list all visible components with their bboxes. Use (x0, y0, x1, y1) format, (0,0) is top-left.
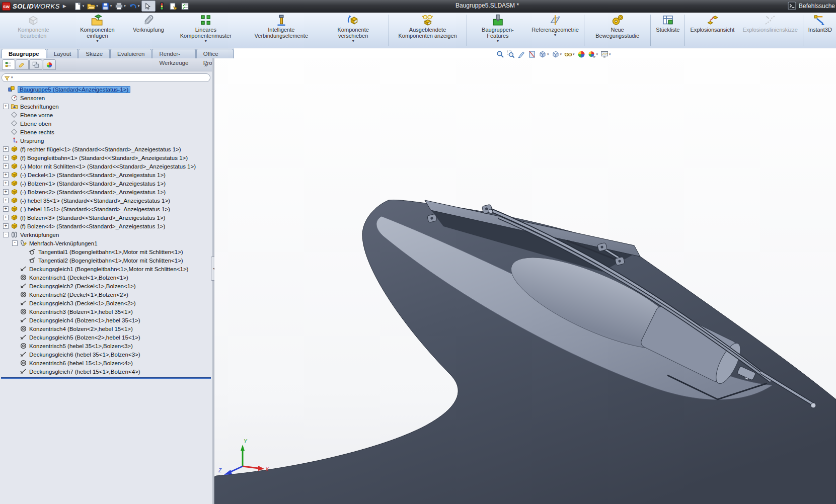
dropdown-caret-icon[interactable]: ▾ (609, 52, 611, 56)
tree-item-hebel-15-1-standard-standard-anzeigestat[interactable]: +(-) hebel 15<1> (Standard<<Standard>_An… (0, 205, 212, 213)
tree-item-deckungsgleich6-hebel-35-1-bolzen-3[interactable]: Deckungsgleich6 (hebel 35<1>,Bolzen<3>) (0, 350, 212, 359)
dropdown-caret-icon[interactable]: ▾ (96, 4, 98, 8)
pm-config-tab[interactable] (29, 59, 42, 70)
tree-item-ursprung[interactable]: Ursprung (0, 136, 212, 145)
tree-item-konzentrisch2-deckel-1-bolzen-2[interactable]: Konzentrisch2 (Deckel<1>,Bolzen<2>) (0, 290, 212, 299)
dropdown-caret-icon[interactable]: ▾ (554, 33, 556, 37)
tree-item-bolzen-2-standard-standard-anzeigestatus[interactable]: +(-) Bolzen<2> (Standard<<Standard>_Anze… (0, 188, 212, 196)
pm-feature-tab[interactable] (2, 59, 15, 70)
hs-zoom-area-button[interactable] (506, 50, 515, 59)
assembly-3d-model[interactable]: Y X Z (214, 58, 836, 504)
tree-item-f-bolzen-4-standard-standard-anzeigestat[interactable]: +(f) Bolzen<4> (Standard<<Standard>_Anze… (0, 222, 212, 230)
tree-item-hebel-35-1-standard-standard-anzeigestat[interactable]: +(-) hebel 35<1> (Standard<<Standard>_An… (0, 196, 212, 205)
tree-item-ebene-oben[interactable]: Ebene oben (0, 119, 212, 128)
ribbon-button-stückliste[interactable]: Stückliste (652, 13, 683, 48)
tree-item-motor-mit-schlitten-1-standard-standard-[interactable]: +(-) Motor mit Schlitten<1> (Standard<<S… (0, 162, 212, 171)
ribbon-button-referenzgeometrie[interactable]: Referenzgeometrie▾ (527, 13, 583, 48)
ribbon-button-neue-bewegungsstudie[interactable]: Neue Bewegungsstudie (585, 13, 650, 48)
rebuild-button[interactable] (157, 1, 167, 11)
tree-item-konzentrisch5-hebel-35-1-bolzen-3[interactable]: Konzentrisch5 (hebel 35<1>,Bolzen<3>) (0, 342, 212, 350)
tree-item-mehrfach-verknüpfungen1[interactable]: -Mehrfach-Verknüpfungen1 (0, 239, 212, 247)
tree-filter-input[interactable]: ▾ (2, 73, 210, 82)
dropdown-caret-icon[interactable]: ▾ (596, 52, 598, 56)
tab-skizze[interactable]: Skizze (79, 49, 110, 58)
ribbon-button-intelligente-verbindungselemente[interactable]: Intelligente Verbindungselemente (244, 13, 319, 48)
tree-item-verknüpfungen[interactable]: -Verknüpfungen (0, 230, 212, 239)
tree-item-bolzen-1-standard-standard-anzeigestatus[interactable]: +(-) Bolzen<1> (Standard<<Standard>_Anze… (0, 179, 212, 188)
command-search[interactable]: Befehlssuche (786, 1, 836, 11)
expander-plus[interactable]: + (3, 104, 9, 109)
expander-plus[interactable]: + (3, 181, 9, 186)
dropdown-caret-icon[interactable]: ▾ (83, 4, 85, 8)
tree-item-f-rechter-flügel-1-standard-standard-anz[interactable]: +(f) rechter flügel<1> (Standard<<Standa… (0, 145, 212, 153)
ribbon-button-explosionslinienskizze[interactable]: Explosionslinienskizze (738, 13, 801, 48)
tab-render-werkzeuge[interactable]: Render-Werkzeuge (152, 49, 195, 58)
tree-item-konzentrisch1-deckel-1-bolzen-1[interactable]: Konzentrisch1 (Deckel<1>,Bolzen<1>) (0, 273, 212, 282)
expander-minus[interactable]: - (3, 232, 9, 237)
expander-minus[interactable]: - (12, 240, 18, 246)
expander-plus[interactable]: + (3, 172, 9, 178)
tree-item-ebene-vorne[interactable]: Ebene vorne (0, 111, 212, 119)
dropdown-caret-icon[interactable]: ▾ (110, 4, 112, 8)
select-cursor-button[interactable]: ▾ (141, 1, 156, 12)
tab-layout[interactable]: Layout (47, 49, 79, 58)
hs-edit-appearance-button[interactable] (577, 50, 586, 59)
ribbon-button-baugruppen-features[interactable]: Baugruppen-Features▾ (468, 13, 528, 48)
expander-plus[interactable]: + (3, 215, 9, 220)
expander-plus[interactable]: + (3, 223, 9, 229)
tree-item-f-bolzen-3-standard-standard-anzeigestat[interactable]: +(f) Bolzen<3> (Standard<<Standard>_Anze… (0, 213, 212, 222)
tree-item-baugruppe5-standard-anzeigestatus-1[interactable]: Baugruppe5 (Standard<Anzeigestatus-1>) (0, 85, 212, 94)
pm-display-tab[interactable] (43, 59, 56, 70)
dropdown-caret-icon[interactable]: ▾ (573, 52, 575, 56)
hs-section-button[interactable] (527, 50, 537, 59)
ribbon-button-lineares-komponentenmuster[interactable]: Lineares Komponentenmuster▾ (168, 13, 244, 48)
ribbon-button-komponente-verschieben[interactable]: Komponente verschieben▾ (319, 13, 388, 48)
tree-item-deckungsgleich7-hebel-15-1-bolzen-4[interactable]: Deckungsgleich7 (hebel 15<1>,Bolzen<4>) (0, 367, 212, 376)
ribbon-button-komponenten-einfügen[interactable]: Komponenten einfügen▾ (66, 13, 129, 48)
dropdown-caret-icon[interactable]: ▾ (205, 39, 207, 43)
dropdown-caret-icon[interactable]: ▾ (352, 39, 354, 43)
tree-item-deckungsgleich4-bolzen-1-hebel-35-1[interactable]: Deckungsgleich4 (Bolzen<1>,hebel 35<1>) (0, 316, 212, 324)
ribbon-button-komponente-bearbeiten[interactable]: Komponente bearbeiten (1, 13, 66, 48)
logo-grip-arrow-icon[interactable]: ▶ (63, 4, 66, 9)
expander-plus[interactable]: + (3, 189, 9, 195)
ribbon-button-ausgeblendete-komponenten-anzeigen[interactable]: Ausgeblendete Komponenten anzeigen (390, 13, 466, 48)
dropdown-caret-icon[interactable]: ▾ (497, 39, 499, 43)
expander-plus[interactable]: + (3, 146, 9, 152)
filter-dropdown-caret[interactable]: ▾ (11, 75, 13, 79)
open-button[interactable]: ▾ (86, 1, 99, 11)
ribbon-button-verknüpfung[interactable]: Verknüpfung (129, 13, 168, 48)
tree-item-konzentrisch4-bolzen-2-hebel-15-1[interactable]: Konzentrisch4 (Bolzen<2>,hebel 15<1>) (0, 324, 212, 333)
tree-item-sensoren[interactable]: Sensoren (0, 94, 212, 102)
tree-item-deckel-1-standard-standard-anzeigestatus[interactable]: +(-) Deckel<1> (Standard<<Standard>_Anze… (0, 171, 212, 179)
hs-hide-show-button[interactable]: ▾ (564, 50, 575, 59)
tree-item-konzentrisch3-bolzen-1-hebel-35-1[interactable]: Konzentrisch3 (Bolzen<1>,hebel 35<1>) (0, 307, 212, 316)
undo-button[interactable]: ▾ (128, 1, 141, 11)
expander-plus[interactable]: + (3, 206, 9, 212)
expander-plus[interactable]: + (3, 163, 9, 169)
hs-previous-view-button[interactable] (517, 50, 526, 59)
dropdown-caret-icon[interactable]: ▾ (124, 4, 126, 8)
tree-item-deckungsgleich2-deckel-1-bolzen-1[interactable]: Deckungsgleich2 (Deckel<1>,Bolzen<1>) (0, 282, 212, 290)
tree-item-deckungsgleich3-deckel-1-bolzen-2[interactable]: Deckungsgleich3 (Deckel<1>,Bolzen<2>) (0, 299, 212, 307)
expander-plus[interactable]: + (3, 155, 9, 160)
dropdown-caret-icon[interactable]: ▾ (138, 4, 140, 8)
tree-item-konzentrisch6-hebel-15-1-bolzen-4[interactable]: Konzentrisch6 (hebel 15<1>,Bolzen<4>) (0, 359, 212, 367)
tree-item-deckungsgleich1-bogengleitbahn-1-motor-m[interactable]: Deckungsgleich1 (Bogengleitbahn<1>,Motor… (0, 265, 212, 273)
rollback-bar[interactable] (1, 377, 211, 379)
dropdown-caret-icon[interactable]: ▾ (560, 52, 562, 56)
dropdown-caret-icon[interactable]: ▾ (96, 39, 98, 43)
graphics-viewport[interactable]: Y X Z (214, 58, 836, 504)
tree-item-tangential2-bogengleitbahn-1-motor-mit-s[interactable]: Tangential2 (Bogengleitbahn<1>,Motor mit… (0, 256, 212, 265)
hs-apply-scene-button[interactable]: ▾ (587, 50, 599, 59)
tab-baugruppe[interactable]: Baugruppe (2, 49, 46, 58)
hs-view-settings-button[interactable]: ▾ (600, 50, 612, 59)
print-button[interactable]: ▾ (114, 1, 127, 11)
pm-property-tab[interactable] (16, 59, 29, 70)
ribbon-button-instant3d[interactable]: Instant3D (804, 13, 836, 48)
tab-evaluieren[interactable]: Evaluieren (110, 49, 151, 58)
save-button[interactable]: ▾ (100, 1, 113, 11)
tree-item-tangential1-bogengleitbahn-1-motor-mit-s[interactable]: Tangential1 (Bogengleitbahn<1>,Motor mit… (0, 247, 212, 256)
hs-zoom-fit-button[interactable] (496, 50, 505, 59)
hs-display-style-button[interactable]: ▾ (551, 50, 563, 59)
